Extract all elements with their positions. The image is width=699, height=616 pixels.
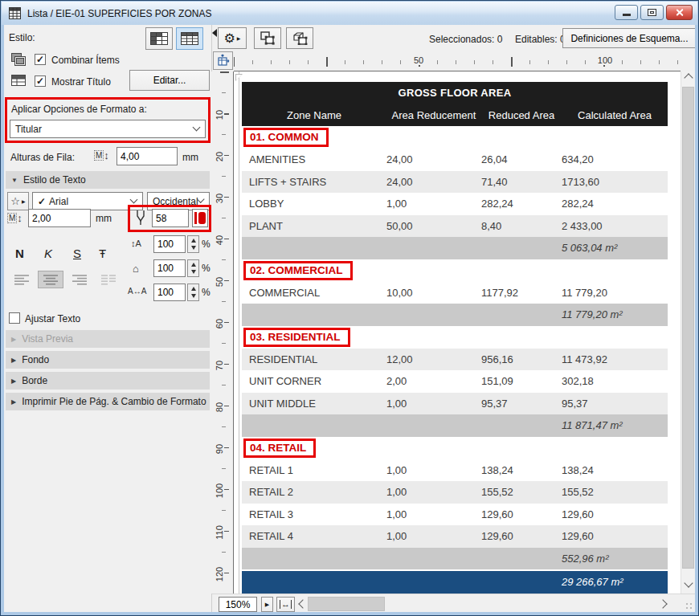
section-border[interactable]: ▶ Borde: [6, 372, 210, 390]
width-factor-input[interactable]: [153, 259, 186, 277]
bold-button[interactable]: N: [15, 247, 24, 260]
show-title-checkbox[interactable]: ✓: [35, 75, 46, 87]
row-height-input[interactable]: [117, 147, 178, 165]
format-panel: Estilo:: [4, 25, 211, 612]
ruler-origin-button[interactable]: [213, 51, 233, 70]
minimize-button[interactable]: [615, 5, 638, 20]
table-row[interactable]: LIFTS + STAIRS24,0071,401713,60: [242, 171, 668, 194]
group-header-row[interactable]: 01. COMMON: [242, 126, 668, 149]
line-spacing-input[interactable]: [153, 235, 186, 253]
group-header-row[interactable]: 03. RESIDENTIAL: [242, 326, 668, 349]
align-right-button[interactable]: [67, 271, 92, 288]
col-header-zone-name[interactable]: Zone Name: [242, 109, 386, 121]
encoding-value: Occidental: [153, 196, 198, 207]
table-row[interactable]: RESIDENTIAL12,00956,1611 473,92: [242, 349, 668, 371]
pen-icon: [135, 210, 146, 226]
apply-format-value: Titular: [15, 124, 42, 135]
section-collapsed-icon: ▶: [11, 336, 16, 343]
horizontal-ruler: 50 100: [234, 52, 681, 71]
align-center-button[interactable]: [38, 271, 63, 288]
horizontal-scroll-thumb[interactable]: [308, 597, 385, 611]
align-justify-button[interactable]: [96, 271, 121, 288]
fit-width-button[interactable]: ↔: [276, 597, 295, 612]
h-ruler-label: 50: [411, 55, 426, 65]
table-column-headers[interactable]: Zone Name Area Reducement Reduced Area C…: [242, 104, 668, 126]
vertical-ruler: 10 20 30 40 50 60 70 80 90 100 110 120: [211, 71, 234, 594]
group-subtotal-row[interactable]: 552,96 m²: [242, 548, 668, 570]
style-compact-button[interactable]: [145, 27, 173, 50]
group-subtotal-row[interactable]: 11 871,47 m²: [242, 414, 668, 437]
table-row[interactable]: UNIT MIDDLE1,0095,3795,37: [242, 393, 668, 415]
scheme-settings-button[interactable]: Definiciones de Esquema...: [562, 28, 695, 48]
table-header-block: GROSS FLOOR AREA Zone Name Area Reduceme…: [242, 82, 668, 126]
width-factor-stepper[interactable]: [187, 259, 199, 277]
table-row[interactable]: RETAIL 41,00129,60129,60: [242, 525, 668, 548]
vertical-scroll-thumb[interactable]: [682, 87, 694, 569]
col-header-reduced-area[interactable]: Reduced Area: [481, 109, 562, 121]
scroll-left-button[interactable]: [297, 598, 306, 610]
table-row[interactable]: RETAIL 21,00155,52155,52: [242, 481, 668, 504]
encoding-dropdown[interactable]: Occidental: [147, 192, 210, 210]
select-elements-button[interactable]: [286, 27, 313, 49]
section-print-footer[interactable]: ▶ Imprimir Pie de Pág. & Cambio de Forma…: [6, 393, 210, 410]
maximize-button[interactable]: [640, 5, 664, 20]
scroll-up-button[interactable]: [681, 71, 695, 85]
page-edge-line: [239, 71, 239, 594]
font-size-input[interactable]: [28, 209, 91, 227]
vertical-scrollbar[interactable]: [681, 71, 694, 594]
table-row[interactable]: LOBBY1,00282,24282,24: [242, 193, 668, 215]
table-row[interactable]: RETAIL 31,00129,60129,60: [242, 504, 668, 526]
chevron-down-icon: [193, 124, 201, 132]
table-row[interactable]: COMMERCIAL10,001177,9211 779,20: [242, 282, 668, 304]
scroll-right-button[interactable]: [660, 598, 668, 610]
width-factor-icon: ⌂: [133, 263, 139, 275]
section-text-style[interactable]: ▼ Estilo de Texto: [6, 171, 210, 189]
v-ruler-label: 100: [215, 480, 224, 501]
pen-number-input[interactable]: [152, 209, 189, 227]
underline-button[interactable]: S: [73, 247, 81, 260]
scroll-down-button[interactable]: [681, 580, 695, 594]
chevron-down-icon: [684, 578, 693, 587]
combine-items-label: Combinar Ítems: [51, 55, 120, 66]
letter-spacing-stepper[interactable]: [187, 284, 199, 301]
section-preview: ▶ Vista Previa: [6, 330, 210, 348]
group-subtotal-row[interactable]: 11 779,20 m²: [242, 304, 668, 326]
grand-total-row[interactable]: 29 266,67 m²: [242, 571, 668, 594]
group-subtotal-row[interactable]: 5 063,04 m²: [242, 237, 668, 259]
table-row[interactable]: PLANT50,008,402 433,00: [242, 215, 668, 238]
zoom-menu-button[interactable]: ▶: [261, 597, 273, 612]
col-header-area-reducement[interactable]: Area Reducement: [386, 109, 481, 121]
align-left-button[interactable]: [9, 271, 35, 288]
edit-title-button[interactable]: Editar...: [129, 70, 210, 91]
check-icon: ✓: [38, 196, 46, 207]
table-row[interactable]: AMENITIES24,0026,04634,20: [242, 149, 668, 171]
apply-format-dropdown[interactable]: Titular: [10, 120, 206, 138]
select-same-button[interactable]: [254, 27, 281, 49]
selected-count: Seleccionados: 0: [429, 34, 502, 45]
font-dropdown[interactable]: ✓ Arial: [32, 192, 143, 210]
table-row[interactable]: RETAIL 11,00138,24138,24: [242, 459, 668, 482]
section-background[interactable]: ▶ Fondo: [6, 351, 210, 369]
group-header-row[interactable]: 02. COMMERCIAL: [242, 259, 668, 282]
maximize-icon: [648, 9, 656, 16]
style-grid-button[interactable]: [176, 27, 203, 50]
wrap-text-checkbox[interactable]: [9, 312, 20, 324]
row-height-unit: mm: [182, 152, 198, 163]
italic-button[interactable]: K: [44, 247, 52, 260]
col-header-calculated-area[interactable]: Calculated Area: [562, 109, 668, 121]
strikethrough-button[interactable]: Ŧ: [99, 247, 106, 260]
zoom-level-input[interactable]: [219, 597, 257, 612]
v-ruler-label: 10: [215, 104, 224, 125]
group-header-row[interactable]: 04. RETAIL: [242, 437, 668, 459]
combine-items-checkbox[interactable]: ✓: [35, 54, 46, 65]
group-label-annotated: 01. COMMON: [243, 128, 329, 147]
resize-grip[interactable]: [685, 602, 693, 610]
settings-menu-button[interactable]: ⚙ ▶: [218, 27, 247, 49]
letter-spacing-input[interactable]: [153, 284, 186, 301]
favorites-button[interactable]: ☆ ▶: [7, 192, 29, 210]
pen-color-swatch[interactable]: [192, 209, 208, 227]
table-row[interactable]: UNIT CORNER2,00151,09302,18: [242, 370, 668, 393]
line-spacing-stepper[interactable]: [187, 235, 199, 253]
table-style-2-icon: [181, 32, 198, 45]
close-button[interactable]: [666, 5, 693, 20]
